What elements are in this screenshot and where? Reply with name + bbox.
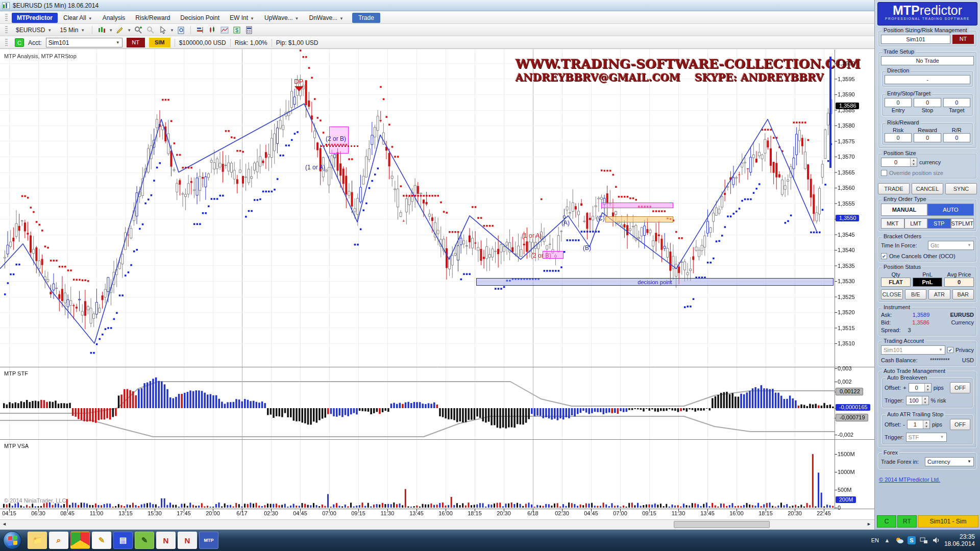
entry-field[interactable]: 0 <box>885 98 912 107</box>
atr-button[interactable]: ATR <box>928 289 950 299</box>
scroll-left-icon[interactable]: ◄ <box>2 521 7 527</box>
time-axis-label: 07:00 <box>322 510 336 516</box>
chevron-down-icon[interactable]: ▼ <box>170 28 174 33</box>
price-axis-label: 1,3520 <box>838 309 855 315</box>
be-offset-spinner[interactable]: 0 ▲▼ <box>909 383 932 392</box>
area-chart-icon[interactable] <box>219 26 230 35</box>
menu-item-risk-reward[interactable]: Risk/Reward <box>131 13 175 22</box>
zoom-in-icon[interactable] <box>133 26 143 35</box>
oco-checkbox[interactable]: ✔ <box>881 253 887 259</box>
bars-panel-icon[interactable] <box>195 26 205 35</box>
candle-panel-icon[interactable] <box>207 26 217 35</box>
auto-button[interactable]: AUTO <box>927 204 974 216</box>
network-tray-icon[interactable] <box>920 536 928 544</box>
tr-trigger-dropdown[interactable]: STF ▼ <box>906 433 947 442</box>
sync-button[interactable]: SYNC <box>945 183 977 194</box>
group-direction: Direction - <box>881 70 973 87</box>
tif-dropdown[interactable]: Gtc ▼ <box>928 241 974 250</box>
spinner-arrows-icon[interactable]: ▲▼ <box>923 420 929 429</box>
spinner-arrows-icon[interactable]: ▲▼ <box>910 158 917 166</box>
chart-style-icon[interactable] <box>96 26 107 35</box>
chart-scrollbar[interactable]: ◄ ► <box>0 519 874 529</box>
vsa-axis-label: 1500M <box>838 451 855 457</box>
be-off-button[interactable]: OFF <box>950 382 970 393</box>
sim-mode-button[interactable]: SIM <box>149 38 170 47</box>
dollar-icon[interactable]: $ <box>232 26 242 35</box>
ninjatrader-taskbar-icon[interactable]: N <box>156 532 176 549</box>
scroll-right-icon[interactable]: ► <box>867 521 871 527</box>
cursor-tool-icon[interactable] <box>158 26 168 35</box>
drawing-pencil-icon[interactable] <box>115 26 125 35</box>
nt-mode-button[interactable]: NT <box>127 38 145 47</box>
start-button[interactable] <box>3 531 21 549</box>
stop-field[interactable]: 0 <box>914 98 941 107</box>
trade-forex-dropdown[interactable]: Currency ▼ <box>925 457 974 466</box>
chevron-down-icon: ▼ <box>940 433 944 441</box>
instrument-selector[interactable]: $EURUSD ▼ <box>13 26 55 35</box>
order-type-lmt[interactable]: LMT <box>904 218 928 229</box>
toolbar-grip[interactable] <box>5 26 8 34</box>
bar-button[interactable]: BAR <box>952 289 974 299</box>
order-type-stp[interactable]: STP <box>927 218 951 229</box>
chrome-taskbar-icon[interactable] <box>70 532 90 549</box>
taskbar-clock[interactable]: 23:35 18.06.2014 <box>944 533 975 547</box>
zoom-out-icon[interactable] <box>145 26 156 35</box>
save-taskbar-icon[interactable]: ▤ <box>113 532 133 549</box>
menu-item-ew-int[interactable]: EW Int▼ <box>225 13 259 22</box>
tr-offset-spinner[interactable]: 1 ▲▼ <box>907 420 930 429</box>
position-size-spinner[interactable]: 0 ▲▼ <box>881 158 917 167</box>
group-atr-trailing: Auto ATR Trailing Stop Offset: - 1 ▲▼ pi… <box>881 414 973 445</box>
mtpredictor-copyright-link[interactable]: © 2014 MTPredictor Ltd. <box>879 477 977 483</box>
mtpredictor-taskbar-icon[interactable]: MTP <box>199 532 218 549</box>
menu-item-dnwave[interactable]: DnWave...▼ <box>304 13 348 22</box>
toolbar-grip[interactable] <box>5 39 8 47</box>
menu-item-clear-all[interactable]: Clear All▼ <box>59 13 97 22</box>
chevron-down-icon[interactable]: ▼ <box>109 28 113 33</box>
snapshot-icon[interactable] <box>176 26 186 35</box>
order-type-mkt[interactable]: MKT <box>881 218 904 229</box>
cancel-button[interactable]: CANCEL <box>912 183 943 194</box>
order-type-stplmt[interactable]: STPLMT <box>951 218 974 229</box>
editor-taskbar-icon[interactable]: ✎ <box>135 532 154 549</box>
spinner-arrows-icon[interactable]: ▲▼ <box>924 384 931 392</box>
price-axis-label: 1,3530 <box>838 278 855 284</box>
nt-badge[interactable]: NT <box>952 35 974 44</box>
tr-off-button[interactable]: OFF <box>950 419 970 430</box>
price-axis-label: 1,3545 <box>838 232 855 238</box>
be-button[interactable]: B/E <box>905 289 927 299</box>
trade-button[interactable]: TRADE <box>878 183 910 194</box>
notepad-taskbar-icon[interactable]: ✎ <box>92 532 111 549</box>
volume-tray-icon[interactable] <box>932 536 940 544</box>
privacy-checkbox[interactable]: ✔ <box>947 347 953 353</box>
scrollbar-thumb[interactable] <box>674 521 770 528</box>
search-taskbar-icon[interactable]: ⌕ <box>49 532 68 549</box>
menu-item-decision-point[interactable]: Decision Point <box>176 13 224 22</box>
menu-item-analysis[interactable]: Analysis <box>98 13 130 22</box>
menu-item-upwave[interactable]: UpWave...▼ <box>260 13 304 22</box>
trading-account-dropdown[interactable]: Sim101 ▼ <box>881 345 945 355</box>
toolbar-grip[interactable] <box>5 14 8 22</box>
close-button[interactable]: CLOSE <box>881 289 903 299</box>
ninjatrader-taskbar-icon[interactable]: N <box>178 532 197 549</box>
skype-tray-icon[interactable]: S <box>908 536 916 544</box>
tray-expand-icon[interactable]: ▲ <box>883 536 891 544</box>
interval-selector[interactable]: 15 Min ▼ <box>57 26 88 35</box>
trade-forex-label: Trade Forex in: <box>881 459 919 465</box>
menu-item-mtpredictor[interactable]: MTPredictor <box>12 13 58 23</box>
language-indicator[interactable]: EN <box>871 537 879 543</box>
explorer-taskbar-icon[interactable]: 📁 <box>28 532 47 549</box>
manual-button[interactable]: MANUAL <box>881 204 927 216</box>
connection-button[interactable]: C <box>15 38 24 47</box>
account-value: Sim101 <box>48 39 69 46</box>
menu-item-trade[interactable]: Trade <box>352 13 380 23</box>
time-axis-label: 13:45 <box>409 510 424 516</box>
be-trigger-spinner[interactable]: 100 ▲▼ <box>906 396 929 405</box>
chevron-down-icon[interactable]: ▼ <box>127 28 131 33</box>
target-field[interactable]: 0 <box>943 98 970 107</box>
account-selector[interactable]: Sim101 ▼ <box>46 38 122 47</box>
price-axis-label: 1,3510 <box>838 340 855 346</box>
spinner-arrows-icon[interactable]: ▲▼ <box>922 396 928 405</box>
weather-tray-icon[interactable] <box>895 536 903 544</box>
override-checkbox[interactable] <box>881 170 887 176</box>
calculator-icon[interactable] <box>244 26 254 35</box>
